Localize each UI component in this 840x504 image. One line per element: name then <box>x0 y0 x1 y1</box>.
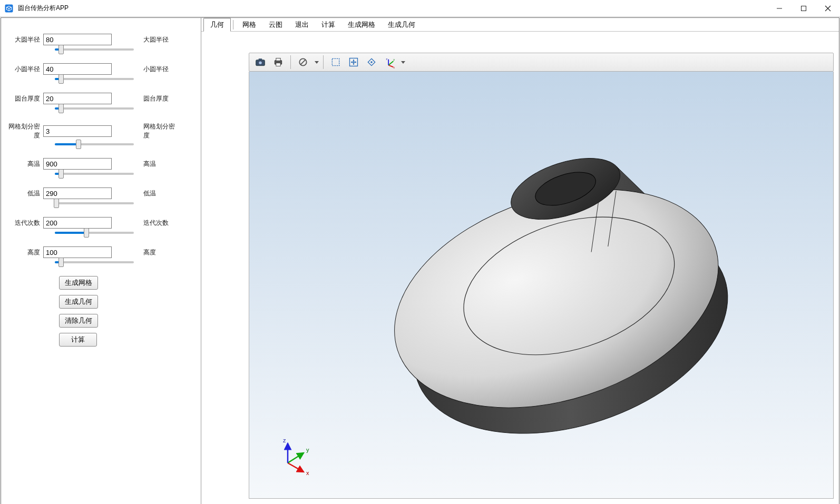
fit-view-icon[interactable] <box>346 55 362 70</box>
3d-canvas[interactable]: x y z <box>249 72 834 499</box>
param-slider-mesh_d[interactable] <box>55 143 134 145</box>
param-label-right-large_r: 大圆半径 <box>112 35 175 44</box>
param-label-right-height: 高度 <box>112 248 175 257</box>
param-label-small_r: 小圆半径 <box>6 65 43 74</box>
maximize-button[interactable] <box>792 0 816 16</box>
camera-icon[interactable] <box>252 55 268 70</box>
print-icon[interactable] <box>270 55 286 70</box>
svg-text:x: x <box>393 66 395 69</box>
param-input-thickness[interactable] <box>43 93 112 104</box>
param-label-t_low: 低温 <box>6 189 43 198</box>
viewer-area: xyz <box>201 32 839 504</box>
param-label-right-mesh_d: 网格划分密度 <box>112 122 175 140</box>
param-label-iters: 迭代次数 <box>6 219 43 228</box>
param-label-t_high: 高温 <box>6 160 43 169</box>
param-label-right-t_high: 高温 <box>112 160 175 169</box>
param-input-mesh_d[interactable] <box>43 125 112 137</box>
svg-text:z: z <box>386 57 388 61</box>
param-input-height[interactable] <box>43 246 112 258</box>
param-input-small_r[interactable] <box>43 63 112 75</box>
clear-geom-button[interactable]: 清除几何 <box>59 314 98 328</box>
param-label-thickness: 圆台厚度 <box>6 94 43 103</box>
menu-4[interactable]: 计算 <box>315 18 341 31</box>
svg-rect-13 <box>332 58 339 65</box>
menu-bar: 几何网格云图退出计算生成网格生成几何 <box>201 18 839 32</box>
rotate-free-icon[interactable] <box>364 55 379 70</box>
param-label-right-t_low: 低温 <box>112 189 175 198</box>
svg-text:y: y <box>306 447 309 453</box>
select-box-icon[interactable] <box>328 55 344 70</box>
param-input-large_r[interactable] <box>43 34 112 45</box>
svg-line-12 <box>300 60 305 64</box>
dropdown-caret-icon[interactable] <box>401 61 405 64</box>
compute-button[interactable]: 计算 <box>59 333 97 347</box>
generate-mesh-button[interactable]: 生成网格 <box>59 276 98 290</box>
svg-point-6 <box>259 61 262 65</box>
menu-6[interactable]: 生成几何 <box>382 18 422 31</box>
svg-text:z: z <box>283 437 286 443</box>
minimize-button[interactable] <box>767 0 792 16</box>
menu-5[interactable]: 生成网格 <box>341 18 382 31</box>
param-label-mesh_d: 网格划分密度 <box>6 122 43 140</box>
svg-rect-9 <box>276 58 280 61</box>
param-slider-iters[interactable] <box>55 232 134 234</box>
svg-text:x: x <box>306 470 309 476</box>
frustum-model <box>314 114 769 442</box>
svg-text:y: y <box>393 58 395 61</box>
param-slider-height[interactable] <box>55 261 134 263</box>
param-label-right-thickness: 圆台厚度 <box>112 94 175 103</box>
generate-geom-button[interactable]: 生成几何 <box>59 295 98 309</box>
svg-point-15 <box>370 61 373 63</box>
main-pane: 几何网格云图退出计算生成网格生成几何 xyz <box>201 18 839 504</box>
window-title: 圆台传热分析APP <box>18 4 767 13</box>
parameters-panel: 大圆半径 大圆半径 小圆半径 小圆半径 圆台厚度 圆台厚度 网格划分密度 网格划… <box>1 18 201 504</box>
param-label-right-small_r: 小圆半径 <box>112 65 175 74</box>
close-button[interactable] <box>816 0 840 16</box>
svg-line-16 <box>388 65 393 67</box>
app-icon <box>4 4 14 13</box>
svg-rect-2 <box>802 6 806 11</box>
param-slider-thickness[interactable] <box>55 107 134 110</box>
param-label-large_r: 大圆半径 <box>6 35 43 44</box>
svg-line-17 <box>388 61 393 65</box>
viewer-toolbar: xyz <box>249 53 834 72</box>
param-input-iters[interactable] <box>43 217 112 229</box>
svg-line-29 <box>288 453 304 463</box>
menu-1[interactable]: 网格 <box>236 18 262 31</box>
forbid-icon[interactable] <box>295 55 311 70</box>
param-slider-t_high[interactable] <box>55 173 134 175</box>
menu-2[interactable]: 云图 <box>262 18 289 31</box>
dropdown-caret-icon[interactable] <box>315 61 319 64</box>
param-slider-large_r[interactable] <box>55 48 134 51</box>
svg-rect-10 <box>276 63 280 66</box>
axis-triad: x y z <box>269 434 317 481</box>
title-bar: 圆台传热分析APP <box>0 0 840 17</box>
param-label-height: 高度 <box>6 248 43 257</box>
svg-line-28 <box>288 463 304 472</box>
param-input-t_low[interactable] <box>43 187 112 199</box>
param-label-right-iters: 迭代次数 <box>112 219 175 228</box>
menu-3[interactable]: 退出 <box>289 18 315 31</box>
param-slider-t_low[interactable] <box>55 202 134 204</box>
svg-rect-7 <box>259 58 262 60</box>
axis-triad-icon[interactable]: xyz <box>382 55 397 70</box>
param-slider-small_r[interactable] <box>55 78 134 80</box>
menu-0[interactable]: 几何 <box>203 18 231 32</box>
param-input-t_high[interactable] <box>43 158 112 170</box>
